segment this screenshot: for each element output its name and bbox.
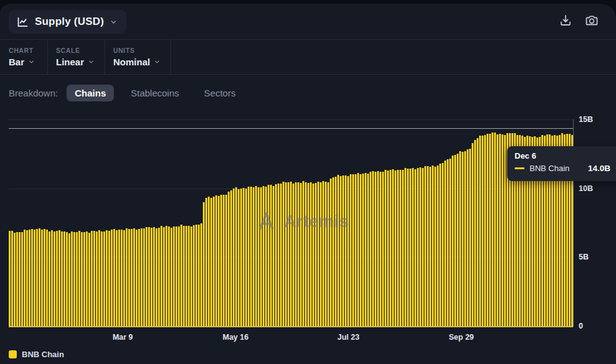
bar: [198, 225, 200, 327]
bar: [492, 133, 493, 327]
units-dropdown[interactable]: Nominal: [113, 57, 161, 67]
bar: [457, 154, 459, 327]
bar: [494, 133, 496, 327]
bar: [9, 231, 11, 327]
metric-selector-button[interactable]: Supply (USD): [9, 10, 126, 34]
bar: [161, 226, 162, 327]
bar: [128, 229, 130, 327]
bar: [477, 138, 478, 327]
bar: [444, 161, 446, 327]
breakdown-option-chains[interactable]: Chains: [67, 85, 114, 101]
bar: [362, 174, 364, 327]
crosshair-horizontal: [9, 128, 573, 129]
bar: [342, 175, 344, 327]
tooltip-series-value: 14.0B: [588, 164, 610, 173]
bar: [170, 228, 172, 327]
bar-series: [9, 119, 573, 327]
bar: [499, 134, 501, 327]
bar: [464, 151, 466, 327]
bar: [412, 168, 414, 327]
bar: [345, 175, 347, 327]
bar: [504, 135, 506, 327]
breakdown-option-stablecoins[interactable]: Stablecoins: [123, 85, 187, 101]
bar: [484, 135, 486, 327]
scale-dropdown[interactable]: Linear: [56, 57, 95, 67]
bar: [233, 189, 235, 327]
legend[interactable]: BNB Chain: [9, 350, 64, 359]
x-axis-baseline: [9, 326, 573, 327]
x-tick-label: May 16: [223, 333, 249, 342]
bar: [81, 232, 83, 327]
bar: [434, 167, 436, 327]
bar: [126, 228, 128, 327]
bar: [253, 187, 254, 327]
x-tick-label: Sep 29: [449, 333, 474, 342]
header-divider: [0, 39, 616, 40]
bar: [270, 185, 272, 327]
bar: [61, 231, 63, 327]
bar: [54, 231, 55, 327]
chart-panel: Supply (USD) CHART Bar SCALE: [0, 4, 616, 364]
bar: [399, 170, 401, 327]
bar: [215, 195, 217, 327]
chevron-down-icon: [110, 18, 118, 26]
bar: [437, 166, 439, 327]
bar: [56, 231, 58, 327]
bar: [414, 169, 416, 327]
bar: [367, 174, 369, 327]
bar: [51, 230, 53, 327]
bar: [91, 231, 93, 327]
bar: [315, 183, 317, 327]
bar: [419, 167, 421, 327]
bar: [474, 140, 476, 327]
bar: [96, 231, 98, 327]
bar: [407, 169, 409, 327]
legend-swatch: [9, 350, 17, 358]
bar: [350, 174, 352, 327]
control-label: CHART: [9, 47, 35, 54]
bar: [63, 231, 65, 327]
bar: [295, 182, 297, 327]
camera-icon[interactable]: [584, 12, 600, 29]
bar: [429, 167, 431, 327]
bar: [168, 226, 170, 327]
bar: [230, 190, 232, 327]
bar: [497, 134, 498, 327]
download-icon[interactable]: [558, 12, 574, 29]
bar: [200, 223, 202, 327]
bar: [243, 188, 245, 327]
breakdown-option-sectors[interactable]: Sectors: [196, 85, 244, 101]
control-separator: [105, 39, 105, 74]
y-tick-label: 15B: [579, 115, 593, 124]
bar: [275, 184, 277, 327]
bar: [39, 228, 40, 327]
chart-plot[interactable]: Artemis: [9, 119, 573, 327]
bar: [312, 184, 314, 327]
bar: [118, 230, 120, 327]
bar: [385, 170, 386, 327]
bar: [235, 187, 237, 327]
bar: [382, 172, 384, 327]
bar: [424, 166, 426, 327]
series-color-dash: [515, 167, 525, 169]
bar: [255, 186, 257, 327]
bar: [250, 187, 252, 327]
breakdown-row: Breakdown: Chains Stablecoins Sectors: [9, 85, 244, 101]
bar: [44, 229, 45, 327]
bar: [278, 184, 279, 327]
bar: [317, 182, 319, 327]
bar: [472, 143, 474, 327]
bar: [310, 182, 312, 327]
bar: [73, 232, 75, 327]
bar: [205, 198, 207, 327]
bar: [469, 149, 471, 327]
bar: [148, 227, 150, 327]
bar: [322, 181, 324, 327]
bar: [352, 174, 354, 327]
chart-type-value: Bar: [9, 57, 24, 67]
y-tick-label: 0: [579, 322, 583, 330]
bar: [93, 231, 95, 327]
bar: [297, 182, 299, 327]
bar: [330, 179, 332, 327]
chart-type-dropdown[interactable]: Bar: [9, 57, 35, 67]
